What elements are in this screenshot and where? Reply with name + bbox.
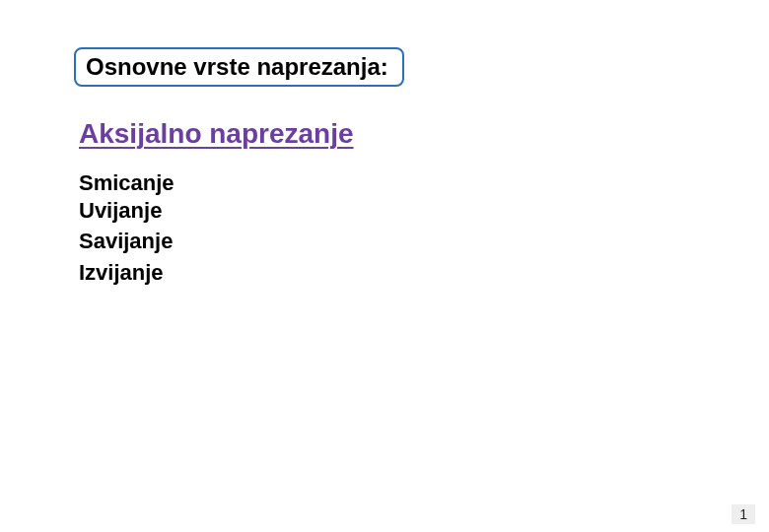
- title-box: Osnovne vrste naprezanja:: [74, 47, 404, 87]
- section-heading: Aksijalno naprezanje: [79, 118, 354, 150]
- page-number: 1: [732, 504, 755, 524]
- list-item: Savijanje: [79, 228, 175, 255]
- title-text: Osnovne vrste naprezanja:: [86, 53, 388, 81]
- stress-types-list: Smicanje Uvijanje Savijanje Izvijanje: [79, 169, 175, 286]
- list-item: Izvijanje: [79, 259, 175, 287]
- list-item: Smicanje: [79, 169, 175, 197]
- list-item: Uvijanje: [79, 197, 175, 225]
